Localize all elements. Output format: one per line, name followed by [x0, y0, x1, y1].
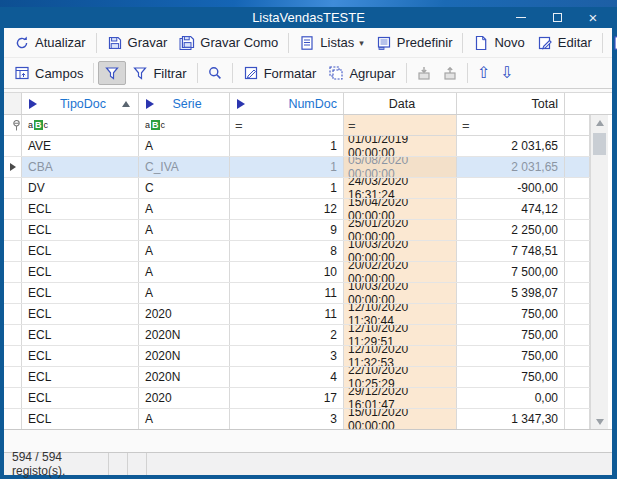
cell-numdoc[interactable]: 12 — [230, 199, 344, 219]
cell-total[interactable]: -900,00 — [457, 178, 565, 198]
row-indicator-cell[interactable] — [4, 283, 22, 303]
table-row[interactable]: DV C 1 24/03/2020 16:31:24 -900,00 — [4, 178, 590, 199]
cell-total[interactable]: 750,00 — [457, 367, 565, 387]
cell-serie[interactable]: 2020 — [139, 304, 230, 324]
cell-total[interactable]: 7 748,51 — [457, 241, 565, 261]
table-row[interactable]: ECL 2020N 4 22/10/2020 10:25:29 750,00 — [4, 367, 590, 388]
filter-arrow-icon[interactable] — [29, 99, 37, 109]
row-indicator-cell[interactable] — [4, 367, 22, 387]
cell-numdoc[interactable]: 2 — [230, 325, 344, 345]
cell-serie[interactable]: A — [139, 241, 230, 261]
row-indicator-cell[interactable] — [4, 262, 22, 282]
column-header-tipodoc[interactable]: TipoDoc — [22, 93, 139, 114]
move-down-button[interactable]: ⇩ — [495, 61, 518, 85]
cell-data[interactable]: 29/12/2020 16:01:47 — [344, 388, 457, 408]
scroll-down-button[interactable] — [591, 414, 608, 430]
cell-total[interactable]: 2 031,65 — [457, 157, 565, 177]
cell-numdoc[interactable]: 1 — [230, 136, 344, 156]
column-header-total[interactable]: Total — [457, 93, 565, 114]
formatar-button[interactable]: Formatar — [237, 61, 323, 85]
scrollbar-thumb[interactable] — [593, 133, 606, 155]
column-header-numdoc[interactable]: NumDoc — [230, 93, 344, 114]
row-indicator-cell[interactable] — [4, 241, 22, 261]
campos-button[interactable]: Campos — [8, 61, 89, 85]
listas-dropdown-button[interactable]: Listas ▾ — [293, 31, 370, 55]
row-indicator-cell[interactable] — [4, 325, 22, 345]
cell-total[interactable]: 1 347,30 — [457, 409, 565, 429]
column-header-serie[interactable]: Série — [139, 93, 230, 114]
cell-numdoc[interactable]: 1 — [230, 178, 344, 198]
table-row[interactable]: ECL A 11 10/03/2020 00:00:00 5 398,07 — [4, 283, 590, 304]
cell-tipodoc[interactable]: ECL — [22, 199, 139, 219]
cell-tipodoc[interactable]: DV — [22, 178, 139, 198]
cell-tipodoc[interactable]: AVE — [22, 136, 139, 156]
table-row[interactable]: ECL 2020 17 29/12/2020 16:01:47 0,00 — [4, 388, 590, 409]
predefinir-button[interactable]: Predefinir — [370, 31, 459, 55]
table-row[interactable]: ECL A 12 15/04/2020 00:00:00 474,12 — [4, 199, 590, 220]
vertical-scrollbar[interactable] — [590, 115, 608, 430]
cell-numdoc[interactable]: 10 — [230, 262, 344, 282]
cell-serie[interactable]: 2020N — [139, 346, 230, 366]
cell-serie[interactable]: 2020N — [139, 325, 230, 345]
row-indicator-cell[interactable] — [4, 388, 22, 408]
cell-data[interactable]: 22/10/2020 10:25:29 — [344, 367, 457, 387]
table-row[interactable]: ECL A 8 10/03/2020 00:00:00 7 748,51 — [4, 241, 590, 262]
move-up-button[interactable]: ⇧ — [472, 61, 495, 85]
gravar-como-button[interactable]: Gravar Como — [173, 31, 284, 55]
table-row[interactable]: CBA C_IVA 1 05/08/2020 00:00:00 2 031,65 — [4, 157, 590, 178]
filter-cell-data[interactable]: = — [344, 115, 457, 135]
cell-total[interactable]: 750,00 — [457, 304, 565, 324]
cell-data[interactable]: 15/04/2020 00:00:00 — [344, 199, 457, 219]
cell-numdoc[interactable]: 4 — [230, 367, 344, 387]
row-indicator-cell[interactable] — [4, 199, 22, 219]
atualizar-button[interactable]: Atualizar — [8, 31, 92, 55]
table-row[interactable]: ECL 2020 11 12/10/2020 11:30:44 750,00 — [4, 304, 590, 325]
cell-tipodoc[interactable]: ECL — [22, 283, 139, 303]
cell-total[interactable]: 750,00 — [457, 325, 565, 345]
cell-data[interactable]: 12/10/2020 11:29:51 — [344, 325, 457, 345]
cell-tipodoc[interactable]: ECL — [22, 220, 139, 240]
cell-serie[interactable]: A — [139, 283, 230, 303]
close-button[interactable]: × — [575, 7, 611, 28]
filter-cell-total[interactable]: = — [457, 115, 565, 135]
cell-data[interactable]: 10/03/2020 00:00:00 — [344, 241, 457, 261]
filter-cell-serie[interactable]: aBc — [139, 115, 230, 135]
filter-arrow-icon[interactable] — [146, 99, 154, 109]
cell-serie[interactable]: A — [139, 409, 230, 429]
row-indicator-cell[interactable] — [4, 136, 22, 156]
cell-data[interactable]: 12/10/2020 11:32:53 — [344, 346, 457, 366]
cell-total[interactable]: 474,12 — [457, 199, 565, 219]
column-header-data[interactable]: Data — [344, 93, 457, 114]
cell-serie[interactable]: A — [139, 136, 230, 156]
cell-serie[interactable]: 2020 — [139, 388, 230, 408]
cell-tipodoc[interactable]: ECL — [22, 388, 139, 408]
cell-numdoc[interactable]: 1 — [230, 157, 344, 177]
table-row[interactable]: ECL A 3 15/01/2020 00:00:00 1 347,30 — [4, 409, 590, 430]
cell-tipodoc[interactable]: ECL — [22, 409, 139, 429]
cell-numdoc[interactable]: 3 — [230, 409, 344, 429]
row-indicator-cell[interactable] — [4, 409, 22, 429]
cell-tipodoc[interactable]: ECL — [22, 325, 139, 345]
cell-data[interactable]: 15/01/2020 00:00:00 — [344, 409, 457, 429]
filter-cell-numdoc[interactable]: = — [230, 115, 344, 135]
cell-numdoc[interactable]: 9 — [230, 220, 344, 240]
table-row[interactable]: AVE A 1 01/01/2019 00:00:00 2 031,65 — [4, 136, 590, 157]
cell-total[interactable]: 5 398,07 — [457, 283, 565, 303]
cell-numdoc[interactable]: 11 — [230, 283, 344, 303]
cell-total[interactable]: 2 250,00 — [457, 220, 565, 240]
cell-serie[interactable]: A — [139, 220, 230, 240]
cell-data[interactable]: 01/01/2019 00:00:00 — [344, 136, 457, 156]
filtrar-button[interactable]: Filtrar — [126, 61, 192, 85]
cell-total[interactable]: 7 500,00 — [457, 262, 565, 282]
document-button[interactable] — [607, 31, 617, 55]
agrupar-button[interactable]: Agrupar — [322, 61, 401, 85]
filter-toggle-button[interactable] — [98, 61, 126, 85]
cell-numdoc[interactable]: 11 — [230, 304, 344, 324]
cell-total[interactable]: 0,00 — [457, 388, 565, 408]
filter-cell-tipodoc[interactable]: aBc — [22, 115, 139, 135]
cell-tipodoc[interactable]: ECL — [22, 262, 139, 282]
cell-data[interactable]: 24/03/2020 16:31:24 — [344, 178, 457, 198]
row-indicator-cell[interactable] — [4, 304, 22, 324]
table-row[interactable]: ECL 2020N 3 12/10/2020 11:32:53 750,00 — [4, 346, 590, 367]
row-indicator-cell[interactable] — [4, 220, 22, 240]
